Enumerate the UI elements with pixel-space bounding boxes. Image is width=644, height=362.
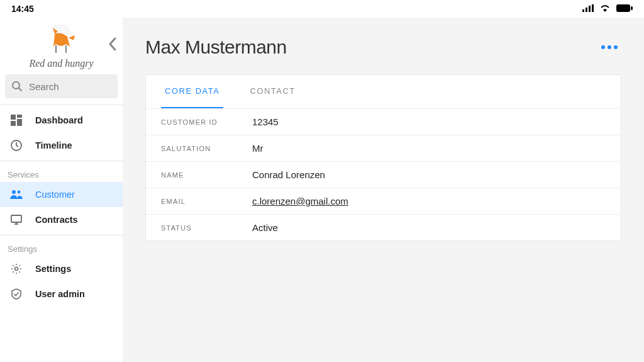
field-value: Mr — [252, 143, 264, 154]
back-button[interactable] — [108, 37, 118, 54]
sidebar-item-dashboard[interactable]: Dashboard — [0, 108, 123, 133]
svg-rect-11 — [17, 115, 22, 118]
sidebar-item-label: Contracts — [35, 215, 78, 225]
field-label: STATUS — [161, 224, 252, 232]
svg-rect-13 — [11, 121, 16, 126]
nav-section-services: Services Customer Contracts — [0, 161, 123, 235]
clock-icon — [10, 140, 23, 151]
field-row: STATUS Active — [146, 215, 621, 240]
field-label: CUSTOMER ID — [161, 118, 252, 126]
svg-rect-0 — [582, 9, 584, 12]
svg-rect-5 — [631, 6, 633, 10]
field-label: SALUTATION — [161, 145, 252, 152]
status-right — [582, 4, 633, 14]
monitor-icon — [10, 215, 23, 225]
signal-icon — [582, 4, 594, 14]
battery-icon — [616, 4, 633, 14]
search-icon — [11, 81, 23, 92]
nav-section-label: Settings — [0, 238, 123, 256]
brand-name: Red and hungry — [29, 58, 93, 69]
svg-point-16 — [18, 191, 21, 194]
sidebar-item-label: User admin — [35, 289, 85, 299]
main-content: Max Mustermann CORE DATA CONTACT CUSTOME… — [123, 18, 644, 362]
svg-rect-3 — [592, 4, 594, 12]
svg-rect-1 — [586, 8, 587, 12]
field-value: 12345 — [252, 116, 279, 127]
field-row: EMAIL c.lorenzen@gmail.com — [146, 188, 621, 215]
nav-section-settings: Settings Settings User admin — [0, 235, 123, 309]
nav-section-label: Services — [0, 164, 123, 182]
brand-area: Red and hungry — [0, 18, 123, 74]
people-icon — [10, 189, 23, 200]
tabs: CORE DATA CONTACT — [146, 75, 621, 109]
detail-card: CORE DATA CONTACT CUSTOMER ID 12345 SALU… — [145, 74, 621, 241]
field-value: Conrad Lorenzen — [252, 169, 325, 180]
nav-section-top: Dashboard Timeline — [0, 105, 123, 161]
page-header: Max Mustermann — [145, 37, 621, 58]
sidebar-item-customer[interactable]: Customer — [0, 182, 123, 207]
gear-icon — [10, 263, 23, 274]
search-box[interactable] — [5, 74, 118, 98]
more-button[interactable] — [597, 42, 621, 53]
field-row: SALUTATION Mr — [146, 135, 621, 162]
field-row: CUSTOMER ID 12345 — [146, 109, 621, 135]
svg-rect-17 — [11, 215, 21, 222]
sidebar-item-label: Settings — [35, 264, 71, 274]
tab-core-data[interactable]: CORE DATA — [161, 75, 223, 108]
svg-rect-2 — [589, 6, 591, 12]
status-bar: 14:45 — [0, 0, 644, 18]
fields: CUSTOMER ID 12345 SALUTATION Mr NAME Con… — [146, 109, 621, 240]
dashboard-icon — [10, 115, 23, 126]
svg-point-15 — [12, 190, 16, 194]
sidebar-item-settings[interactable]: Settings — [0, 256, 123, 281]
sidebar-item-contracts[interactable]: Contracts — [0, 207, 123, 232]
sidebar: Red and hungry Dashboard — [0, 18, 123, 362]
field-row: NAME Conrad Lorenzen — [146, 162, 621, 188]
wifi-icon — [600, 4, 610, 14]
shield-icon — [10, 288, 23, 300]
sidebar-item-label: Dashboard — [35, 115, 83, 125]
sidebar-item-timeline[interactable]: Timeline — [0, 133, 123, 158]
page-title: Max Mustermann — [145, 37, 287, 58]
field-value: Active — [252, 222, 278, 233]
svg-rect-12 — [17, 119, 22, 126]
field-value-email[interactable]: c.lorenzen@gmail.com — [252, 196, 348, 206]
svg-rect-10 — [11, 115, 16, 120]
svg-point-20 — [15, 268, 18, 271]
svg-line-9 — [19, 88, 21, 91]
brand-logo: Red and hungry — [29, 23, 93, 69]
status-time: 14:45 — [11, 4, 34, 14]
tab-contact[interactable]: CONTACT — [246, 75, 299, 108]
svg-rect-4 — [616, 4, 630, 12]
sidebar-item-label: Timeline — [35, 140, 72, 150]
field-label: NAME — [161, 171, 252, 179]
sidebar-item-user-admin[interactable]: User admin — [0, 281, 123, 307]
field-label: EMAIL — [161, 198, 252, 205]
sidebar-item-label: Customer — [35, 189, 75, 200]
